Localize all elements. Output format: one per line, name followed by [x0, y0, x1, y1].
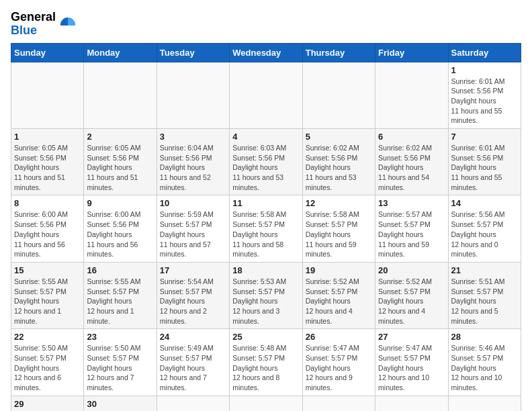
day-info: Sunrise: 5:47 AMSunset: 5:57 PMDaylight …	[306, 343, 372, 392]
calendar-week-5: 22Sunrise: 5:50 AMSunset: 5:57 PMDayligh…	[11, 329, 521, 396]
calendar-cell: 18Sunrise: 5:53 AMSunset: 5:57 PMDayligh…	[230, 262, 302, 328]
day-number: 6	[378, 132, 445, 142]
calendar-cell: 14Sunrise: 5:56 AMSunset: 5:57 PMDayligh…	[448, 195, 521, 262]
calendar-cell	[230, 62, 302, 128]
calendar-cell: 24Sunrise: 5:49 AMSunset: 5:57 PMDayligh…	[157, 329, 229, 396]
calendar-cell	[84, 62, 157, 128]
calendar-cell: 4Sunrise: 6:03 AMSunset: 5:56 PMDaylight…	[230, 129, 302, 195]
calendar-cell: 21Sunrise: 5:51 AMSunset: 5:57 PMDayligh…	[448, 262, 521, 328]
calendar-cell: 6Sunrise: 6:02 AMSunset: 5:56 PMDaylight…	[375, 129, 448, 195]
day-number: 18	[232, 265, 299, 275]
day-info: Sunrise: 5:52 AMSunset: 5:57 PMDaylight …	[378, 277, 445, 326]
day-info: Sunrise: 5:58 AMSunset: 5:57 PMDaylight …	[232, 210, 299, 259]
day-header-monday: Monday	[84, 43, 157, 62]
calendar-week-6: 29Sunrise: 5:45 AMSunset: 5:57 PMDayligh…	[11, 396, 521, 411]
day-number: 30	[87, 399, 153, 409]
day-header-wednesday: Wednesday	[230, 43, 302, 62]
day-number: 29	[14, 399, 81, 409]
calendar-cell	[375, 396, 448, 411]
day-info: Sunrise: 6:03 AMSunset: 5:56 PMDaylight …	[232, 143, 299, 192]
day-info: Sunrise: 6:00 AMSunset: 5:56 PMDaylight …	[87, 210, 153, 259]
calendar-cell	[157, 62, 229, 128]
calendar-cell: 16Sunrise: 5:55 AMSunset: 5:57 PMDayligh…	[84, 262, 157, 328]
calendar-cell	[230, 396, 302, 411]
calendar-cell: 17Sunrise: 5:54 AMSunset: 5:57 PMDayligh…	[157, 262, 229, 328]
day-number: 3	[160, 132, 226, 142]
day-info: Sunrise: 6:01 AMSunset: 5:56 PMDaylight …	[451, 143, 518, 192]
calendar-week-4: 15Sunrise: 5:55 AMSunset: 5:57 PMDayligh…	[11, 262, 521, 328]
logo: General Blue	[11, 11, 77, 38]
calendar-cell	[302, 396, 375, 411]
calendar-cell: 27Sunrise: 5:47 AMSunset: 5:57 PMDayligh…	[375, 329, 448, 396]
day-info: Sunrise: 5:53 AMSunset: 5:57 PMDaylight …	[232, 277, 299, 326]
day-info: Sunrise: 5:52 AMSunset: 5:57 PMDaylight …	[306, 277, 372, 326]
calendar-cell	[375, 62, 448, 128]
calendar-week-2: 1Sunrise: 6:05 AMSunset: 5:56 PMDaylight…	[11, 129, 521, 195]
day-number: 26	[306, 332, 372, 342]
header-row: SundayMondayTuesdayWednesdayThursdayFrid…	[11, 43, 521, 62]
day-number: 15	[14, 265, 81, 275]
calendar-table: SundayMondayTuesdayWednesdayThursdayFrid…	[11, 43, 521, 411]
day-header-saturday: Saturday	[448, 43, 521, 62]
calendar-cell: 5Sunrise: 6:02 AMSunset: 5:56 PMDaylight…	[302, 129, 375, 195]
calendar-cell: 9Sunrise: 6:00 AMSunset: 5:56 PMDaylight…	[84, 195, 157, 262]
day-header-friday: Friday	[375, 43, 448, 62]
logo-icon	[58, 15, 77, 34]
day-number: 16	[87, 265, 153, 275]
calendar-week-1: 1Sunrise: 6:01 AMSunset: 5:56 PMDaylight…	[11, 62, 521, 128]
calendar-cell: 11Sunrise: 5:58 AMSunset: 5:57 PMDayligh…	[230, 195, 302, 262]
day-number: 25	[232, 332, 299, 342]
day-info: Sunrise: 5:47 AMSunset: 5:57 PMDaylight …	[378, 343, 445, 392]
day-info: Sunrise: 5:59 AMSunset: 5:57 PMDaylight …	[160, 210, 226, 259]
day-info: Sunrise: 5:49 AMSunset: 5:57 PMDaylight …	[160, 343, 226, 392]
day-number: 8	[14, 198, 81, 208]
calendar-week-3: 8Sunrise: 6:00 AMSunset: 5:56 PMDaylight…	[11, 195, 521, 262]
day-number: 5	[306, 132, 372, 142]
day-number: 11	[232, 198, 299, 208]
page-header: General Blue	[11, 11, 521, 38]
day-info: Sunrise: 6:00 AMSunset: 5:56 PMDaylight …	[14, 210, 81, 259]
calendar-cell: 1Sunrise: 6:01 AMSunset: 5:56 PMDaylight…	[448, 62, 521, 128]
day-info: Sunrise: 6:02 AMSunset: 5:56 PMDaylight …	[378, 143, 445, 192]
day-info: Sunrise: 6:01 AMSunset: 5:56 PMDaylight …	[451, 77, 518, 126]
calendar-cell: 19Sunrise: 5:52 AMSunset: 5:57 PMDayligh…	[302, 262, 375, 328]
day-number: 19	[306, 265, 372, 275]
calendar-cell: 26Sunrise: 5:47 AMSunset: 5:57 PMDayligh…	[302, 329, 375, 396]
day-info: Sunrise: 6:05 AMSunset: 5:56 PMDaylight …	[14, 143, 81, 192]
day-number: 20	[378, 265, 445, 275]
calendar-cell: 1Sunrise: 6:05 AMSunset: 5:56 PMDaylight…	[11, 129, 84, 195]
day-info: Sunrise: 6:02 AMSunset: 5:56 PMDaylight …	[306, 143, 372, 192]
day-info: Sunrise: 5:48 AMSunset: 5:57 PMDaylight …	[232, 343, 299, 392]
day-number: 14	[451, 198, 518, 208]
day-info: Sunrise: 5:51 AMSunset: 5:57 PMDaylight …	[451, 277, 518, 326]
day-header-sunday: Sunday	[11, 43, 84, 62]
day-info: Sunrise: 5:56 AMSunset: 5:57 PMDaylight …	[451, 210, 518, 259]
calendar-cell: 22Sunrise: 5:50 AMSunset: 5:57 PMDayligh…	[11, 329, 84, 396]
calendar-cell: 23Sunrise: 5:50 AMSunset: 5:57 PMDayligh…	[84, 329, 157, 396]
day-info: Sunrise: 6:04 AMSunset: 5:56 PMDaylight …	[160, 143, 226, 192]
calendar-cell: 28Sunrise: 5:46 AMSunset: 5:57 PMDayligh…	[448, 329, 521, 396]
calendar-cell	[302, 62, 375, 128]
logo-general: General	[11, 10, 56, 24]
day-info: Sunrise: 5:54 AMSunset: 5:57 PMDaylight …	[160, 277, 226, 326]
calendar-cell: 10Sunrise: 5:59 AMSunset: 5:57 PMDayligh…	[157, 195, 229, 262]
day-number: 28	[451, 332, 518, 342]
calendar-cell: 30Sunrise: 5:44 AMSunset: 5:57 PMDayligh…	[84, 396, 157, 411]
day-number: 17	[160, 265, 226, 275]
day-number: 10	[160, 198, 226, 208]
calendar-cell: 3Sunrise: 6:04 AMSunset: 5:56 PMDaylight…	[157, 129, 229, 195]
day-number: 9	[87, 198, 153, 208]
day-info: Sunrise: 5:50 AMSunset: 5:57 PMDaylight …	[87, 343, 153, 392]
day-info: Sunrise: 5:50 AMSunset: 5:57 PMDaylight …	[14, 343, 81, 392]
day-number: 13	[378, 198, 445, 208]
day-info: Sunrise: 5:57 AMSunset: 5:57 PMDaylight …	[378, 210, 445, 259]
day-number: 27	[378, 332, 445, 342]
calendar-cell: 12Sunrise: 5:58 AMSunset: 5:57 PMDayligh…	[302, 195, 375, 262]
day-number: 22	[14, 332, 81, 342]
calendar-cell: 15Sunrise: 5:55 AMSunset: 5:57 PMDayligh…	[11, 262, 84, 328]
calendar-cell	[157, 396, 229, 411]
day-number: 1	[451, 65, 518, 75]
day-header-tuesday: Tuesday	[157, 43, 229, 62]
day-number: 12	[306, 198, 372, 208]
day-number: 23	[87, 332, 153, 342]
